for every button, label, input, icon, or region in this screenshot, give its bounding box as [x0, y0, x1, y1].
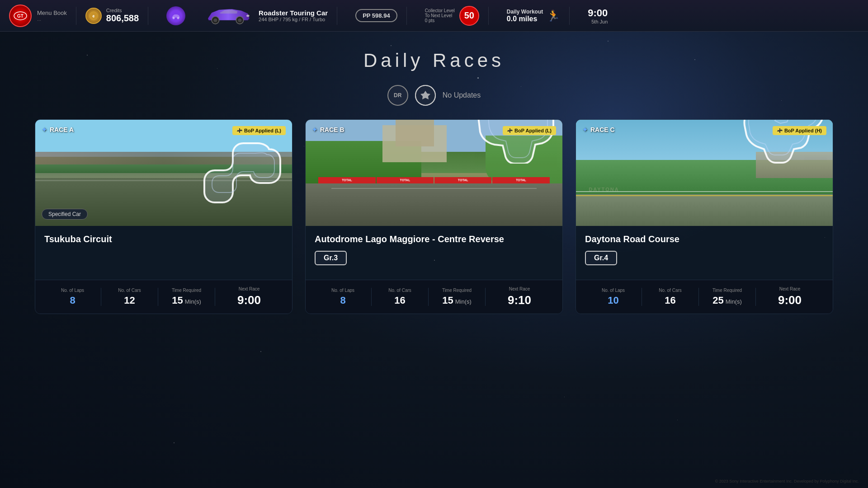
race-b-laps-label: No. of Laps — [331, 288, 354, 293]
race-b-label-text: RACE B — [320, 126, 344, 133]
race-card-b[interactable]: TOTAL TOTAL TOTAL TOTAL ✦ RACE B — [305, 119, 563, 314]
race-b-cars-value: 16 — [394, 295, 405, 306]
divider-2 — [148, 7, 148, 25]
divider-1 — [76, 7, 76, 25]
race-b-next-stat: Next Race 9:10 — [486, 286, 553, 307]
credits-label: Credits — [106, 8, 139, 13]
race-c-cars-value: 16 — [665, 295, 675, 306]
race-a-next-value: 9:00 — [215, 293, 283, 307]
race-b-time-label: Time Required — [442, 288, 472, 293]
car-name: Roadster Touring Car — [259, 9, 328, 17]
race-b-next-label: Next Race — [486, 286, 553, 291]
race-c-time-value: 25 — [712, 295, 723, 306]
car-info: Roadster Touring Car 244 BHP / 795 kg / … — [259, 9, 328, 22]
car-specs: 244 BHP / 795 kg / FR / Turbo — [259, 17, 328, 22]
race-c-class-badge: Gr.4 — [585, 251, 617, 265]
race-c-time-with-unit: 25 Min(s) — [712, 295, 742, 306]
collector-section: Collector Level To Next Level 0 pts 50 — [425, 6, 479, 26]
race-a-laps-label: No. of Laps — [61, 288, 84, 293]
bop-scale-icon-b — [507, 128, 513, 133]
car-image — [203, 5, 253, 26]
race-b-icon: ✦ — [312, 126, 317, 133]
race-a-icon: ✦ — [42, 126, 47, 133]
divider-5 — [488, 7, 489, 25]
race-a-laps-stat: No. of Laps 8 — [44, 288, 101, 306]
main-content: Daily Races DR No Updates — [0, 32, 868, 488]
topbar: GT Menu Book ... ¢ Credits 806,588 — [0, 0, 868, 32]
race-b-track-name: Autodrome Lago Maggiore - Centre Reverse — [315, 234, 553, 244]
race-a-track-name: Tsukuba Circuit — [44, 234, 283, 244]
race-b-laps-stat: No. of Laps 8 — [315, 288, 371, 306]
race-c-bop-badge: BoP Applied (H) — [773, 126, 826, 135]
race-c-icon: ✦ — [582, 126, 588, 133]
race-c-bop-text: BoP Applied (H) — [784, 128, 822, 133]
divider-4 — [406, 7, 407, 25]
divider-6 — [569, 7, 570, 25]
workout-section: Daily Workout 0.0 miles 🏃 — [507, 9, 560, 23]
race-a-stats: No. of Laps 8 No. of Cars 12 Time Requir… — [35, 280, 292, 314]
race-c-time-label: Time Required — [712, 288, 742, 293]
svg-text:¢: ¢ — [92, 14, 94, 19]
race-a-time-unit: Min(s) — [185, 298, 201, 305]
race-b-time-value: 15 — [442, 295, 453, 306]
page-title-area: Daily Races — [0, 32, 868, 71]
race-c-cars-label: No. of Cars — [659, 288, 682, 293]
race-b-laps-value: 8 — [340, 295, 345, 306]
car-section[interactable]: Roadster Touring Car 244 BHP / 795 kg / … — [166, 5, 328, 26]
svg-point-4 — [173, 17, 175, 19]
svg-rect-22 — [778, 130, 779, 131]
workout-label: Daily Workout — [507, 9, 543, 15]
collector-info: Collector Level To Next Level 0 pts — [425, 8, 455, 23]
race-b-track-photo: TOTAL TOTAL TOTAL TOTAL — [306, 120, 562, 226]
svg-rect-17 — [508, 130, 509, 131]
race-card-c[interactable]: DAYTONA ✦ RACE C — [576, 119, 833, 314]
workout-miles: 0.0 miles — [507, 15, 543, 23]
race-b-time-with-unit: 15 Min(s) — [442, 295, 472, 306]
menu-book[interactable]: Menu Book ... — [37, 9, 67, 22]
time-value: 9:00 — [588, 7, 608, 19]
race-b-time-unit: Min(s) — [455, 298, 472, 305]
race-a-time-with-unit: 15 Min(s) — [172, 295, 201, 306]
credits-coin-icon: ¢ — [85, 8, 102, 24]
race-a-laps-value: 8 — [70, 295, 75, 306]
race-a-cars-value: 12 — [124, 295, 135, 306]
workout-text: Daily Workout 0.0 miles — [507, 9, 543, 23]
bop-scale-icon-a — [237, 128, 242, 133]
no-updates-text: No Updates — [443, 91, 481, 99]
svg-rect-13 — [240, 130, 242, 131]
race-a-cars-stat: No. of Cars 12 — [101, 288, 158, 306]
car-icon-bg — [166, 6, 185, 25]
collector-label: Collector Level — [425, 8, 455, 13]
race-b-time-stat: Time Required 15 Min(s) — [429, 288, 485, 306]
race-a-time-value: 15 — [172, 295, 183, 306]
pp-badge: PP 598.94 — [355, 9, 397, 22]
race-a-next-stat: Next Race 9:00 — [215, 286, 283, 307]
race-c-track-photo: DAYTONA — [576, 120, 833, 226]
race-b-class-badge: Gr.3 — [315, 251, 347, 265]
race-c-label: ✦ RACE C — [582, 126, 615, 133]
svg-point-10 — [246, 14, 250, 17]
svg-point-5 — [177, 17, 179, 19]
bop-scale-icon-c — [777, 128, 783, 133]
race-c-label-text: RACE C — [590, 126, 615, 133]
rating-badges-row: DR No Updates — [0, 85, 868, 106]
race-b-cars-label: No. of Cars — [388, 288, 411, 293]
copyright-text: © 2023 Sony Interactive Entertainment In… — [715, 479, 859, 483]
tsukuba-track-outline — [197, 136, 287, 208]
gt-logo[interactable]: GT — [9, 5, 32, 27]
svg-rect-18 — [510, 130, 512, 131]
page-title: Daily Races — [0, 50, 868, 71]
race-a-bop-text: BoP Applied (L) — [244, 128, 281, 133]
race-card-a[interactable]: ✦ RACE A BoP Applied (L) Specified Car — [35, 119, 292, 314]
race-b-bop-badge: BoP Applied (L) — [503, 126, 556, 135]
race-b-next-value: 9:10 — [486, 293, 553, 307]
race-c-info: Daytona Road Course Gr.4 — [576, 226, 833, 280]
menu-dots: ... — [37, 16, 67, 22]
race-a-image-area: ✦ RACE A BoP Applied (L) Specified Car — [35, 120, 292, 226]
pp-section: PP 598.94 — [355, 9, 397, 22]
svg-rect-14 — [237, 131, 240, 132]
svg-rect-25 — [780, 131, 783, 131]
svg-rect-12 — [237, 130, 239, 131]
race-b-label: ✦ RACE B — [312, 126, 344, 133]
menu-title: Menu Book — [37, 9, 67, 16]
